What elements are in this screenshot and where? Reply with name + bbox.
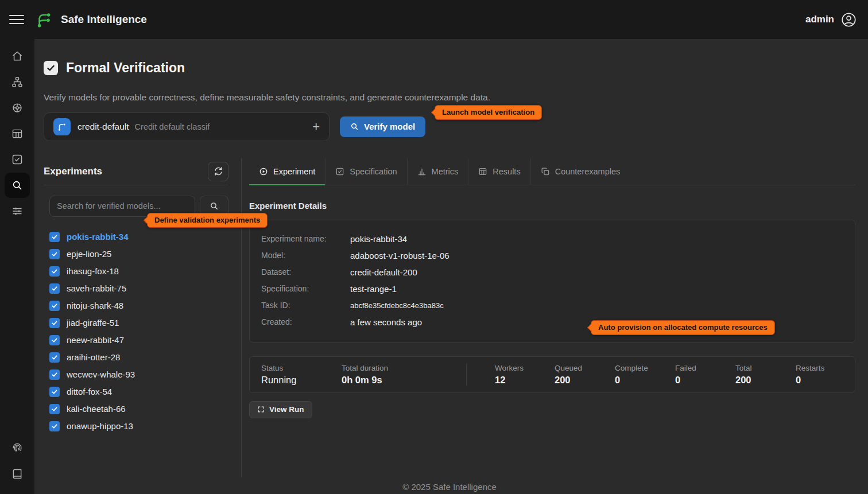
checkbox-icon[interactable] <box>49 404 60 414</box>
checkbox-icon[interactable] <box>49 421 60 431</box>
experiment-list-item[interactable]: saveh-rabbit-75 <box>49 280 228 297</box>
checkbox-icon[interactable] <box>49 301 60 311</box>
stat-label: Complete <box>615 364 675 372</box>
checkbox-icon[interactable] <box>49 266 60 277</box>
sidebar-item-verification[interactable] <box>5 173 30 198</box>
experiment-name[interactable]: kali-cheetah-66 <box>67 404 126 414</box>
experiment-list-item[interactable]: nitoju-shark-48 <box>49 297 228 314</box>
checkbox-icon[interactable] <box>49 283 60 294</box>
book-icon <box>11 468 23 480</box>
refresh-icon <box>214 166 223 176</box>
model-selector[interactable]: credit-default Credit default classif + <box>44 112 330 141</box>
checkbox-icon[interactable] <box>49 352 60 363</box>
sidebar-item-queue[interactable] <box>5 199 30 224</box>
tab-metrics[interactable]: Metrics <box>407 158 468 185</box>
stat-queued: Queued 200 <box>555 364 615 386</box>
checkbox-icon[interactable] <box>49 387 60 397</box>
tab-specification[interactable]: Specification <box>325 158 406 185</box>
fingerprint-icon <box>11 441 23 453</box>
hamburger-menu-icon[interactable] <box>9 12 24 27</box>
experiment-name[interactable]: ihasug-fox-18 <box>67 266 119 276</box>
user-avatar-icon[interactable] <box>841 12 857 28</box>
experiment-name[interactable]: epje-lion-25 <box>67 249 111 259</box>
search-icon <box>350 122 359 131</box>
experiment-name[interactable]: onawup-hippo-13 <box>67 421 133 431</box>
checkbox-icon[interactable] <box>49 232 60 242</box>
tab-label: Specification <box>350 167 397 176</box>
view-run-button[interactable]: View Run <box>249 401 312 418</box>
tab-experiment[interactable]: Experiment <box>249 158 325 185</box>
sidebar-item-home[interactable] <box>5 44 30 69</box>
sidebar-item-projects[interactable] <box>5 69 30 95</box>
play-circle-icon <box>259 167 268 176</box>
stat-value: 0 <box>615 375 675 386</box>
tab-label: Counterexamples <box>555 167 621 176</box>
tab-label: Results <box>493 167 520 176</box>
page-title: Formal Verification <box>66 60 185 76</box>
tab-label: Metrics <box>432 167 459 176</box>
experiment-list-item[interactable]: araihi-otter-28 <box>49 349 228 366</box>
checkbox-icon[interactable] <box>49 335 60 345</box>
experiments-panel: Experiments <box>44 158 242 477</box>
view-run-label: View Run <box>269 405 304 414</box>
wheel-icon <box>11 102 23 114</box>
sidebar-item-validation[interactable] <box>5 147 30 172</box>
search-icon <box>11 180 23 191</box>
experiment-list-item[interactable]: kali-cheetah-66 <box>49 400 228 418</box>
current-user-label: admin <box>805 14 834 25</box>
page-subtitle: Verify models for provable correctness, … <box>44 92 855 103</box>
experiment-name[interactable]: pokis-rabbit-34 <box>67 232 129 242</box>
tab-results[interactable]: Results <box>468 158 530 185</box>
formal-verification-icon <box>44 61 58 75</box>
experiment-list-item[interactable]: jiad-giraffe-51 <box>49 314 228 332</box>
stat-label: Failed <box>675 364 735 372</box>
experiment-name[interactable]: nitoju-shark-48 <box>67 301 123 310</box>
experiment-name[interactable]: dittof-fox-54 <box>67 387 112 396</box>
sidebar-item-models[interactable] <box>5 95 30 120</box>
model-branch-icon <box>53 118 71 135</box>
stat-value: 0 <box>796 375 843 386</box>
experiment-name[interactable]: araihi-otter-28 <box>67 352 120 362</box>
experiment-name[interactable]: saveh-rabbit-75 <box>67 283 126 293</box>
checkbox-icon <box>11 154 23 165</box>
tab-label: Experiment <box>273 167 315 176</box>
sliders-icon <box>11 205 23 217</box>
experiment-list-item[interactable]: neew-rabbit-47 <box>49 332 228 349</box>
sidebar-item-docs[interactable] <box>5 461 30 487</box>
experiment-detail-panel: Experiment Specification Metrics <box>249 158 855 477</box>
checkbox-icon[interactable] <box>49 249 60 259</box>
stat-label: Status <box>261 364 342 372</box>
verify-model-label: Verify model <box>364 122 415 131</box>
verify-model-button[interactable]: Verify model <box>340 116 425 137</box>
experiment-name[interactable]: wecwev-whale-93 <box>67 369 135 379</box>
bar-chart-icon <box>417 167 427 176</box>
stat-value: 200 <box>555 375 615 386</box>
experiment-name[interactable]: neew-rabbit-47 <box>67 335 124 345</box>
sidebar-item-identity[interactable] <box>5 434 30 460</box>
add-model-button[interactable]: + <box>312 120 320 133</box>
experiment-list-item[interactable]: dittof-fox-54 <box>49 383 228 400</box>
checkbox-icon[interactable] <box>49 369 60 380</box>
selected-model-name: credit-default <box>78 122 129 132</box>
copy-icon <box>541 167 550 176</box>
table-icon <box>11 128 23 139</box>
stat-failed: Failed 0 <box>675 364 735 386</box>
experiment-list-item[interactable]: epje-lion-25 <box>49 246 228 263</box>
detail-row: Dataset: credit-default-200 <box>261 266 843 278</box>
stat-label: Total <box>735 364 796 372</box>
detail-row: Model: adaboost-v1-robust-1e-06 <box>261 250 843 262</box>
checkbox-icon[interactable] <box>49 318 60 328</box>
stat-value: 200 <box>735 375 796 386</box>
experiment-list-item[interactable]: pokis-rabbit-34 <box>49 228 228 246</box>
run-status-card: Status Running Total duration 0h 0m 9s W… <box>249 356 855 393</box>
hierarchy-icon <box>11 76 23 88</box>
experiment-list-item[interactable]: ihasug-fox-18 <box>49 263 228 280</box>
tab-counterexamples[interactable]: Counterexamples <box>530 158 630 185</box>
detail-row: Specification: test-range-1 <box>261 283 843 295</box>
stat-total: Total 200 <box>735 364 796 386</box>
experiment-list-item[interactable]: onawup-hippo-13 <box>49 418 228 435</box>
sidebar-item-datasets[interactable] <box>5 121 30 146</box>
experiment-list-item[interactable]: wecwev-whale-93 <box>49 366 228 383</box>
refresh-experiments-button[interactable] <box>208 162 228 181</box>
experiment-name[interactable]: jiad-giraffe-51 <box>67 318 119 328</box>
